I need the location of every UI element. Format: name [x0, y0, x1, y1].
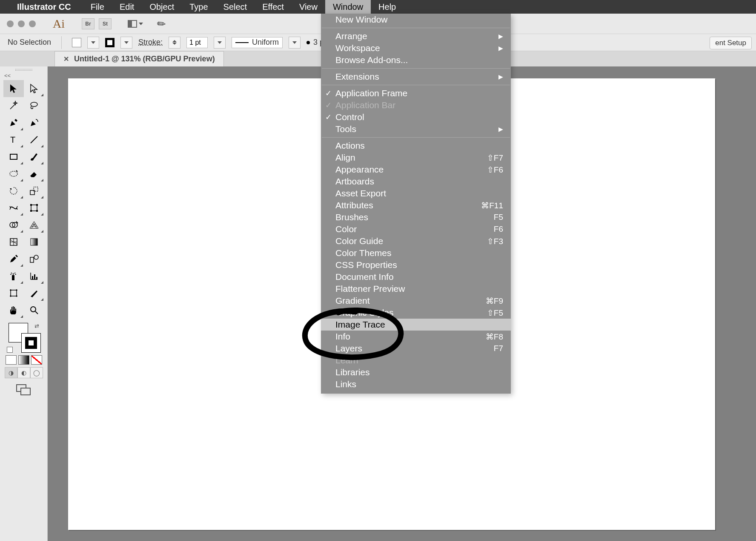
menu-item-browse-add-ons[interactable]: Browse Add-ons... — [321, 54, 511, 66]
draw-behind-icon[interactable]: ◐ — [17, 367, 30, 378]
eraser-tool[interactable] — [24, 165, 44, 182]
rectangle-tool[interactable] — [3, 148, 24, 165]
pen-tool[interactable] — [3, 114, 24, 131]
stroke-profile-select[interactable]: Uniform — [232, 37, 283, 48]
menu-item-color-guide[interactable]: Color Guide⇧F3 — [321, 235, 511, 247]
document-setup-button[interactable]: ent Setup — [710, 37, 752, 49]
swap-fill-stroke-icon[interactable]: ⇄ — [34, 323, 39, 329]
stroke-color-icon[interactable] — [21, 333, 41, 353]
width-tool[interactable] — [3, 199, 24, 216]
gradient-tool[interactable] — [24, 233, 44, 250]
stroke-weight-dropdown[interactable] — [214, 37, 226, 49]
shaper-tool[interactable] — [3, 165, 24, 182]
collapse-panel-icon[interactable]: << — [4, 72, 11, 79]
selection-tool[interactable] — [3, 80, 24, 97]
type-tool[interactable]: T — [3, 131, 24, 148]
blend-tool[interactable] — [24, 250, 44, 268]
menu-item-actions[interactable]: Actions — [321, 140, 511, 152]
paintbrush-tool[interactable] — [24, 148, 44, 165]
menu-item-layers[interactable]: LayersF7 — [321, 342, 511, 354]
menu-item-workspace[interactable]: Workspace▶ — [321, 42, 511, 54]
screen-mode-button[interactable] — [16, 384, 32, 396]
menu-item-links[interactable]: Links — [321, 378, 511, 390]
draw-normal-icon[interactable]: ◑ — [5, 367, 17, 378]
menu-item-application-frame[interactable]: ✓Application Frame — [321, 87, 511, 99]
panel-grip-icon[interactable] — [15, 69, 32, 71]
menu-item-color-themes[interactable]: Color Themes — [321, 247, 511, 259]
menu-item-gradient[interactable]: Gradient⌘F9 — [321, 295, 511, 307]
menu-item-libraries[interactable]: Libraries — [321, 366, 511, 378]
minimize-window-icon[interactable] — [18, 20, 25, 27]
color-mode-gradient[interactable] — [18, 355, 29, 365]
window-menu-dropdown: New WindowArrange▶Workspace▶Browse Add-o… — [321, 14, 511, 394]
menu-item-extensions[interactable]: Extensions▶ — [321, 71, 511, 83]
fill-swatch[interactable] — [72, 38, 81, 47]
document-tab[interactable]: ✕ Untitled-1 @ 131% (RGB/GPU Preview) — [54, 51, 224, 66]
menubar-app-name[interactable]: Illustrator CC — [17, 2, 71, 12]
column-graph-tool[interactable] — [24, 268, 44, 285]
stroke-weight-input[interactable] — [186, 37, 208, 48]
rotate-tool[interactable] — [3, 182, 24, 199]
close-window-icon[interactable] — [7, 20, 14, 27]
menu-file[interactable]: File — [83, 0, 112, 14]
menu-object[interactable]: Object — [142, 0, 182, 14]
stroke-label[interactable]: Stroke: — [138, 38, 163, 47]
stroke-dropdown[interactable] — [120, 37, 132, 49]
shape-builder-tool[interactable] — [3, 216, 24, 233]
slice-tool[interactable] — [24, 285, 44, 302]
menu-item-document-info[interactable]: Document Info — [321, 271, 511, 283]
stroke-profile-dropdown[interactable] — [289, 37, 301, 49]
menu-item-control[interactable]: ✓Control — [321, 111, 511, 123]
curvature-tool[interactable] — [24, 114, 44, 131]
menu-item-flattener-preview[interactable]: Flattener Preview — [321, 283, 511, 295]
direct-selection-tool[interactable] — [24, 80, 44, 97]
line-segment-tool[interactable] — [24, 131, 44, 148]
menu-item-attributes[interactable]: Attributes⌘F11 — [321, 199, 511, 211]
menu-item-color[interactable]: ColorF6 — [321, 223, 511, 235]
menu-help[interactable]: Help — [371, 0, 404, 14]
close-tab-icon[interactable]: ✕ — [63, 55, 69, 63]
gpu-performance-icon[interactable]: ✎ — [155, 16, 169, 31]
menu-item-arrange[interactable]: Arrange▶ — [321, 30, 511, 42]
menu-item-graphic-styles[interactable]: Graphic Styles⇧F5 — [321, 307, 511, 319]
magic-wand-tool[interactable] — [3, 97, 24, 114]
stroke-weight-stepper[interactable] — [169, 37, 180, 49]
bridge-button[interactable]: Br — [82, 18, 94, 29]
menu-type[interactable]: Type — [182, 0, 215, 14]
color-mode-none[interactable] — [31, 355, 42, 365]
default-fill-stroke-icon[interactable] — [7, 347, 13, 353]
arrange-documents-button[interactable] — [128, 20, 143, 28]
color-mode-solid[interactable] — [6, 355, 17, 365]
free-transform-tool[interactable] — [24, 199, 44, 216]
stock-button[interactable]: St — [99, 18, 112, 29]
symbol-sprayer-tool[interactable] — [3, 268, 24, 285]
menu-item-tools[interactable]: Tools▶ — [321, 123, 511, 135]
zoom-window-icon[interactable] — [29, 20, 36, 27]
menu-item-brushes[interactable]: BrushesF5 — [321, 211, 511, 223]
lasso-tool[interactable] — [24, 97, 44, 114]
menu-item-appearance[interactable]: Appearance⇧F6 — [321, 164, 511, 176]
fill-dropdown[interactable] — [87, 37, 99, 49]
fill-stroke-control[interactable]: ⇄ — [7, 323, 41, 353]
zoom-tool[interactable] — [24, 302, 44, 319]
mesh-tool[interactable] — [3, 233, 24, 250]
menu-item-image-trace[interactable]: Image Trace — [321, 319, 511, 331]
menu-window[interactable]: Window — [325, 0, 371, 14]
menu-item-artboards[interactable]: Artboards — [321, 176, 511, 187]
hand-tool[interactable] — [3, 302, 24, 319]
menu-item-css-properties[interactable]: CSS Properties — [321, 259, 511, 271]
menu-item-align[interactable]: Align⇧F7 — [321, 152, 511, 164]
menu-edit[interactable]: Edit — [112, 0, 142, 14]
menu-effect[interactable]: Effect — [255, 0, 292, 14]
eyedropper-tool[interactable] — [3, 250, 24, 268]
draw-inside-icon[interactable]: ◯ — [30, 367, 43, 378]
menu-item-asset-export[interactable]: Asset Export — [321, 187, 511, 199]
scale-tool[interactable] — [24, 182, 44, 199]
menu-view[interactable]: View — [292, 0, 325, 14]
stroke-swatch[interactable] — [105, 38, 115, 47]
menu-item-info[interactable]: Info⌘F8 — [321, 331, 511, 342]
menu-select[interactable]: Select — [216, 0, 255, 14]
artboard-tool[interactable] — [3, 285, 24, 302]
perspective-grid-tool[interactable] — [24, 216, 44, 233]
menu-item-new-window[interactable]: New Window — [321, 14, 511, 26]
